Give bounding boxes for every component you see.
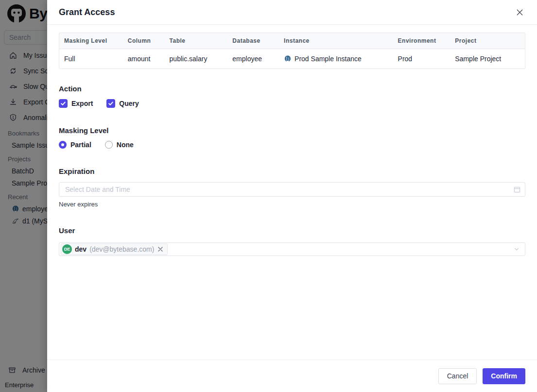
table-row: Full amount public.salary employee Prod …	[59, 49, 525, 68]
close-icon[interactable]	[514, 6, 525, 18]
action-options: Export Query	[59, 99, 525, 108]
remove-user-icon[interactable]	[157, 246, 164, 253]
cell-table: public.salary	[165, 55, 228, 63]
cell-project: Sample Project	[450, 55, 525, 63]
calendar-icon[interactable]	[513, 186, 521, 193]
masking-level-section-label: Masking Level	[59, 126, 525, 135]
cell-masking-level: Full	[59, 55, 123, 63]
modal-backdrop[interactable]	[0, 0, 47, 392]
col-header: Masking Level	[59, 37, 123, 44]
table-header-row: Masking Level Column Table Database Inst…	[59, 33, 525, 49]
cell-column: amount	[123, 55, 165, 63]
user-section-label: User	[59, 226, 525, 235]
col-header: Column	[123, 37, 165, 44]
none-radio-option[interactable]: None	[105, 141, 134, 149]
app-screen: Bytebase My Issues Sync Schema Slow Quer…	[0, 0, 537, 392]
cell-database: employee	[227, 55, 279, 63]
radio-unselected-icon[interactable]	[105, 141, 113, 149]
modal-title: Grant Access	[59, 7, 115, 17]
cell-environment: Prod	[393, 55, 450, 63]
instance-name: Prod Sample Instance	[294, 55, 362, 63]
partial-radio-option[interactable]: Partial	[59, 141, 91, 149]
modal-header: Grant Access	[47, 0, 537, 25]
user-tag: DE dev (dev@bytebase.com)	[61, 243, 168, 255]
cancel-button[interactable]: Cancel	[438, 368, 477, 384]
masking-level-options: Partial None	[59, 141, 525, 149]
postgresql-icon	[284, 55, 292, 63]
query-checkbox-label: Query	[119, 100, 139, 107]
user-email: (dev@bytebase.com)	[89, 245, 154, 253]
checkbox-checked-icon[interactable]	[59, 99, 68, 108]
avatar: DE	[62, 244, 72, 254]
expiration-section-label: Expiration	[59, 167, 525, 176]
col-header: Instance	[279, 37, 393, 44]
partial-radio-label: Partial	[70, 141, 91, 149]
expiration-hint: Never expires	[59, 201, 525, 208]
chevron-down-icon	[513, 245, 520, 253]
export-checkbox-option[interactable]: Export	[59, 99, 93, 108]
none-radio-label: None	[117, 141, 134, 149]
action-section-label: Action	[59, 85, 525, 93]
col-header: Table	[165, 37, 228, 44]
expiration-input-wrap	[59, 182, 525, 197]
grant-target-table: Masking Level Column Table Database Inst…	[59, 33, 525, 69]
grant-access-modal: Grant Access Masking Level Column Table …	[47, 0, 537, 392]
checkbox-checked-icon[interactable]	[106, 99, 115, 108]
col-header: Database	[227, 37, 279, 44]
user-name: dev	[75, 245, 87, 253]
user-select[interactable]: DE dev (dev@bytebase.com)	[59, 242, 525, 256]
modal-body: Masking Level Column Table Database Inst…	[47, 25, 537, 256]
expiration-date-input[interactable]	[59, 182, 525, 197]
radio-selected-icon[interactable]	[59, 141, 67, 149]
cell-instance: Prod Sample Instance	[279, 55, 393, 63]
col-header: Project	[450, 37, 525, 44]
col-header: Environment	[393, 37, 450, 44]
confirm-button[interactable]: Confirm	[483, 368, 525, 384]
query-checkbox-option[interactable]: Query	[106, 99, 139, 108]
export-checkbox-label: Export	[71, 100, 93, 107]
modal-footer: Cancel Confirm	[47, 359, 537, 392]
